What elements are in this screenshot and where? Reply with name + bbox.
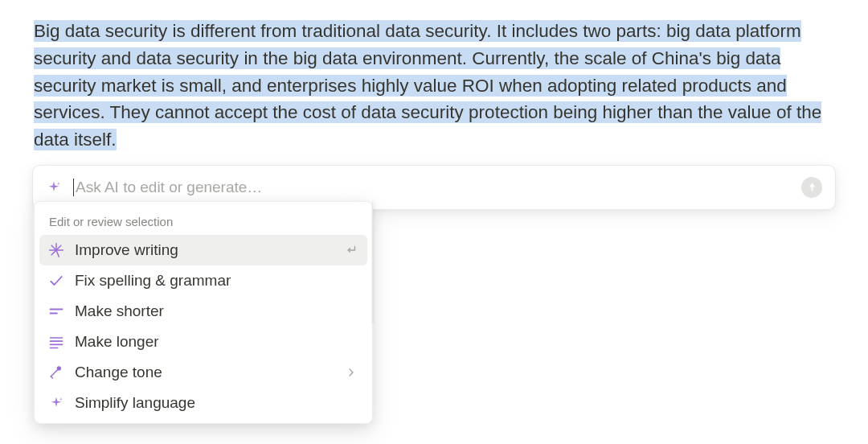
ai-actions-menu: Edit or review selection Improve writing <box>34 201 373 424</box>
menu-item-label: Change tone <box>75 364 343 381</box>
svg-line-15 <box>51 376 52 378</box>
magic-wand-icon <box>47 241 65 259</box>
selected-paragraph[interactable]: Big data security is different from trad… <box>34 18 834 154</box>
menu-item-change-tone[interactable]: Change tone <box>39 357 367 388</box>
lines-long-icon <box>47 333 65 351</box>
text-cursor <box>73 179 74 196</box>
svg-line-14 <box>51 370 57 376</box>
lines-short-icon <box>47 302 65 320</box>
check-icon <box>47 272 65 290</box>
microphone-icon <box>47 364 65 381</box>
enter-key-icon <box>343 242 359 258</box>
svg-line-3 <box>51 245 56 250</box>
svg-line-6 <box>56 250 59 257</box>
menu-item-fix-spelling[interactable]: Fix spelling & grammar <box>39 265 367 296</box>
ai-prompt-input[interactable] <box>76 179 801 196</box>
sparkle-icon <box>46 179 62 195</box>
menu-item-label: Make longer <box>75 333 359 351</box>
highlighted-text: Big data security is different from trad… <box>34 20 821 150</box>
svg-line-1 <box>56 245 61 250</box>
menu-item-improve-writing[interactable]: Improve writing <box>39 235 367 265</box>
menu-item-label: Improve writing <box>75 241 343 259</box>
menu-item-make-shorter[interactable]: Make shorter <box>39 296 367 327</box>
menu-item-label: Simplify language <box>75 394 359 412</box>
menu-heading: Edit or review selection <box>39 207 367 235</box>
menu-item-make-longer[interactable]: Make longer <box>39 327 367 357</box>
svg-line-5 <box>51 250 56 255</box>
menu-item-label: Fix spelling & grammar <box>75 272 359 290</box>
menu-item-simplify-language[interactable]: Simplify language <box>39 388 367 418</box>
sparkle-icon <box>47 394 65 412</box>
menu-item-label: Make shorter <box>75 302 359 320</box>
submit-button[interactable] <box>801 177 822 198</box>
chevron-right-icon <box>343 364 359 380</box>
